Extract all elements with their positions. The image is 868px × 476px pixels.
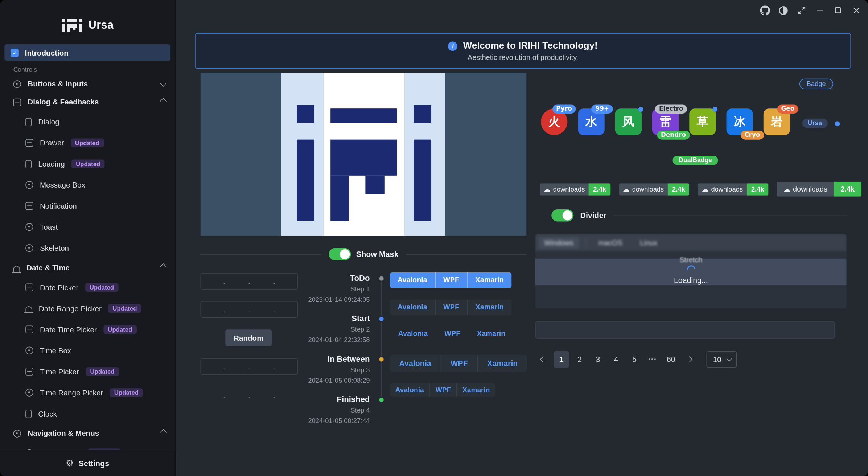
settings-button[interactable]: ⚙ Settings (0, 450, 175, 476)
page-button-last[interactable]: 60 (663, 351, 679, 368)
pyro-badge: Pyro (552, 104, 576, 113)
pagination-ellipsis[interactable]: ••• (645, 351, 661, 368)
sidebar: Ursa ✓ Introduction Controls Buttons & I… (0, 0, 176, 476)
sidebar-item-loading[interactable]: Loading Updated (0, 153, 175, 175)
count-badge: 99+ (592, 104, 613, 113)
button-group-large: Avalonia WPF Xamarin (390, 355, 527, 372)
wpf-button[interactable]: WPF (441, 355, 477, 372)
xamarin-button[interactable]: Xamarin (467, 300, 512, 315)
tab-macos[interactable]: macOS (593, 237, 628, 248)
page-button-4[interactable]: 4 (608, 351, 624, 368)
avalonia-button[interactable]: Avalonia (390, 327, 436, 341)
timeline-dot-finished (378, 397, 384, 403)
cloud-icon: ☁ (783, 185, 790, 193)
dialog-icon (25, 118, 32, 126)
empty-text-input[interactable] (535, 321, 835, 339)
icon-glyph: 冰 (734, 114, 745, 130)
timeline-time: 2024-01-05 00:08:29 (303, 377, 370, 384)
page-button-5[interactable]: 5 (627, 351, 642, 368)
sidebar-item-message-box[interactable]: Message Box (0, 175, 175, 196)
previous-page-button[interactable] (535, 351, 551, 368)
sidebar-item-time-range-picker[interactable]: Time Range Picker Updated (0, 382, 175, 403)
sidebar-item-dialog[interactable]: Dialog (0, 111, 175, 132)
page-button-3[interactable]: 3 (590, 351, 606, 368)
sidebar-scroll-area[interactable]: Ursa ✓ Introduction Controls Buttons & I… (0, 0, 175, 450)
date-time-picker-icon (25, 325, 33, 333)
download-badge: ☁downloads 2.4k (540, 183, 610, 195)
app-logo-row: Ursa (0, 0, 175, 41)
show-mask-toggle[interactable] (329, 248, 351, 260)
fire-element-icon: 火 Pyro (541, 108, 567, 135)
wpf-button[interactable]: WPF (435, 300, 467, 315)
sidebar-item-clock[interactable]: Clock (0, 403, 175, 424)
page-button-2[interactable]: 2 (572, 351, 588, 368)
ipv4-box-4[interactable]: . . . (201, 386, 298, 403)
badge-section-pill: Badge (799, 79, 833, 89)
sidebar-item-notification[interactable]: Notification (0, 196, 175, 217)
github-icon[interactable] (757, 3, 772, 17)
geo-badge: Geo (777, 104, 798, 113)
chevron-down-icon (160, 79, 166, 86)
divider-line (613, 215, 847, 216)
cloud-icon: ☁ (623, 185, 629, 193)
sidebar-item-toast[interactable]: Toast (0, 217, 175, 238)
theme-toggle-icon[interactable] (776, 3, 790, 17)
sidebar-item-skeleton[interactable]: Skeleton (0, 238, 175, 259)
xamarin-button[interactable]: Xamarin (456, 383, 495, 397)
sidebar-group-navigation-menus[interactable]: Navigation & Menus (0, 424, 175, 442)
timeline-step: Step 3 (303, 366, 370, 374)
avalonia-button[interactable]: Avalonia (390, 300, 435, 315)
divider-toggle[interactable] (551, 209, 573, 222)
ipv4-box-3[interactable]: . . . (201, 358, 298, 375)
sidebar-item-time-picker[interactable]: Time Picker Updated (0, 361, 175, 382)
minimize-icon[interactable] (812, 3, 827, 17)
download-label: downloads (793, 185, 827, 193)
sidebar-item-breadcrumb[interactable]: Breadcrumb Updated (0, 443, 175, 450)
updated-badge: Updated (86, 367, 119, 376)
xamarin-button[interactable]: Xamarin (467, 272, 512, 288)
wpf-button[interactable]: WPF (435, 272, 467, 288)
xamarin-button[interactable]: Xamarin (469, 327, 514, 341)
sidebar-group-dialog-feedbacks[interactable]: Dialog & Feedbacks (0, 93, 175, 111)
group-label: Dialog & Feedbacks (28, 98, 99, 106)
timeline-time: 2024-01-05 00:27:44 (303, 417, 370, 424)
avalonia-button[interactable]: Avalonia (390, 355, 441, 372)
maximize-icon[interactable] (830, 3, 845, 17)
dot-separator: . (248, 277, 250, 286)
dot-badge (712, 107, 717, 112)
cloud-icon: ☁ (702, 185, 708, 193)
sidebar-item-date-picker[interactable]: Date Picker Updated (0, 277, 175, 298)
page-button-1[interactable]: 1 (554, 351, 569, 368)
sidebar-group-buttons-inputs[interactable]: Buttons & Inputs (0, 75, 175, 93)
timeline-time: 2024-01-04 22:32:58 (303, 336, 370, 344)
sidebar-item-date-range-picker[interactable]: Date Range Picker Updated (0, 298, 175, 319)
wpf-button[interactable]: WPF (436, 327, 469, 341)
banner-title: Welcome to IRIHI Technology! (463, 40, 598, 52)
divider-demo-row: Divider (551, 209, 847, 222)
fullscreen-icon[interactable] (794, 3, 809, 17)
random-button[interactable]: Random (225, 329, 272, 346)
sidebar-group-date-time[interactable]: Date & Time (0, 259, 175, 277)
timeline-entry-finished: Finished Step 4 2024-01-05 00:27:44 (303, 394, 370, 425)
button-group-borderless: Avalonia WPF Xamarin (390, 327, 514, 341)
button-group-small: Avalonia WPF Xamarin (390, 383, 495, 397)
date-range-picker-icon (25, 306, 32, 312)
next-page-button[interactable] (682, 351, 697, 368)
avalonia-button[interactable]: Avalonia (390, 383, 429, 397)
sidebar-item-date-time-picker[interactable]: Date Time Picker Updated (0, 319, 175, 340)
navigation-menus-icon (13, 430, 21, 437)
sidebar-item-time-box[interactable]: Time Box (0, 340, 175, 361)
sidebar-item-drawer[interactable]: Drawer Updated (0, 132, 175, 153)
sidebar-item-introduction[interactable]: ✓ Introduction (4, 44, 170, 61)
ipv4-box-2[interactable]: . . . (201, 301, 298, 318)
page-size-select[interactable]: 10 (707, 351, 737, 368)
group-label: Date & Time (26, 264, 70, 272)
tab-linux[interactable]: Linux (634, 237, 663, 248)
ipv4-box-1[interactable]: . . . (201, 273, 298, 290)
xamarin-button[interactable]: Xamarin (477, 355, 527, 372)
avalonia-button[interactable]: Avalonia (390, 272, 435, 288)
tab-windows[interactable]: Windows (539, 237, 579, 248)
wpf-button[interactable]: WPF (429, 383, 456, 397)
close-icon[interactable] (849, 3, 864, 17)
icon-glyph: 雷 (660, 114, 671, 130)
